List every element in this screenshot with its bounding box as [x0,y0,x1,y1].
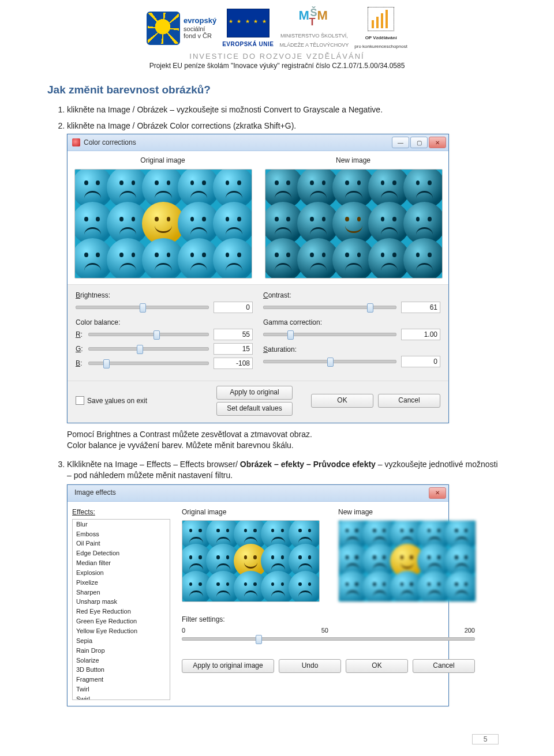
op-l2: pro konkurenceschopnost [354,44,407,50]
after-step2-line1: Pomocí Brightnes a Contrast můžete zesvě… [67,430,312,439]
step-3a: Klklikněte na Image – Effects – Effects … [67,460,240,469]
esf-l1: evropský [184,16,216,25]
op-bars-icon [368,7,394,31]
step-1: klikněte na Image / Obrázek – vyzkoušejt… [67,104,502,115]
page-title: Jak změnit barevnost obrázků? [47,84,502,96]
msmt-logo: MŠMT MINISTERSTVO ŠKOLSTVÍ, MLÁDEŽE A TĚ… [279,7,349,48]
save-values-checkbox[interactable]: Save values on exit [76,396,212,405]
after-step2-line2: Color balance je vyvážení barev. Můžete … [67,441,294,450]
msmt-icon: MŠMT [298,7,330,28]
eu-flag-icon [227,9,269,37]
saturation-slider[interactable] [263,360,396,363]
op-l1: OP Vzdělávání [365,36,397,41]
step-2: klikněte na Image / Obrázek Color correc… [67,121,502,450]
window-titlebar[interactable]: Color corrections — ▢ ✕ [68,134,448,151]
checkbox-icon [76,396,84,405]
saturation-value[interactable]: 0 [401,356,440,367]
effects-item[interactable]: Yellow Eye Reduction [73,626,170,636]
esf-icon [147,12,180,45]
ie-ok-button[interactable]: OK [346,659,408,673]
effects-item[interactable]: Edge Detection [73,548,170,558]
ie-apply-button[interactable]: Apply to original image [182,659,274,673]
effects-item[interactable]: Green Eye Reduction [73,616,170,626]
steps-list: klikněte na Image / Obrázek – vyzkoušejt… [67,104,502,706]
scale-0: 0 [182,626,185,635]
set-default-values-button[interactable]: Set default values [216,402,293,416]
effects-item[interactable]: Unsharp mask [73,597,170,607]
esf-logo: evropský sociální fond v ČR [147,12,216,45]
effects-item[interactable]: Rain Drop [73,646,170,656]
step-3b: Obrázek – efekty – Průvodce efekty [240,460,376,469]
color-balance-label: Color balance: [76,318,253,327]
msmt-l1: MINISTERSTVO ŠKOLSTVÍ, [280,33,348,39]
effects-item[interactable]: 3D Button [73,665,170,675]
ie-original-label: Original image [182,507,319,517]
ie-new-preview [338,520,476,602]
brightness-slider[interactable] [76,306,209,309]
b-value[interactable]: -108 [214,358,253,369]
ie-window-title: Image effects [72,488,429,497]
ie-close-button[interactable]: ✕ [429,487,446,499]
maximize-button[interactable]: ▢ [410,137,428,148]
r-value[interactable]: 55 [214,329,253,340]
effects-label: Effects: [72,507,170,517]
effects-item[interactable]: Oil Paint [73,539,170,548]
effects-item[interactable]: Red Eye Reduction [73,607,170,616]
apply-to-original-button[interactable]: Apply to original [216,386,293,400]
effects-item[interactable]: Emboss [73,529,170,539]
ie-titlebar[interactable]: Image effects ✕ [68,485,448,502]
g-slider[interactable] [88,347,209,351]
step-3: Klklikněte na Image – Effects – Effects … [67,459,502,706]
contrast-slider[interactable] [263,306,396,309]
r-slider[interactable] [88,333,209,336]
b-slider[interactable] [88,362,209,365]
effects-item[interactable]: Swirl [73,694,170,700]
scale-200: 200 [465,626,475,635]
effects-item[interactable]: Twirl [73,684,170,694]
contrast-label: Contrast: [263,291,440,300]
invest-caption: INVESTICE DO ROZVOJE VZDĚLÁVÁNÍ [0,52,554,61]
ie-cancel-button[interactable]: Cancel [413,659,475,673]
original-image-preview [74,169,252,279]
ie-undo-button[interactable]: Undo [279,659,341,673]
registration-line: Projekt EU peníze školám "Inovace výuky"… [0,62,554,70]
page-number: 5 [472,734,499,744]
b-label: B: [76,359,84,368]
cancel-button[interactable]: Cancel [378,394,440,408]
msmt-l2: MLÁDEŽE A TĚLOVÝCHOVY [279,43,349,48]
op-logo: OP Vzdělávání pro konkurenceschopnost [354,7,407,50]
step-2-text: klikněte na Image / Obrázek Color correc… [67,121,296,130]
new-image-label: New image [265,156,441,165]
effects-item[interactable]: Solarize [73,656,170,665]
esf-text: evropský sociální fond v ČR [184,17,216,40]
gamma-slider[interactable] [263,333,396,336]
effects-item[interactable]: Sepia [73,636,170,646]
esf-l2: sociální [184,25,205,32]
gamma-value[interactable]: 1.00 [401,329,440,340]
scale-50: 50 [321,626,328,635]
header-logos: evropský sociální fond v ČR EVROPSKÁ UNI… [0,7,554,50]
minimize-button[interactable]: — [392,137,409,148]
eu-label: EVROPSKÁ UNIE [222,41,274,47]
g-value[interactable]: 15 [214,343,253,355]
effects-item[interactable]: Sharpen [73,588,170,597]
original-image-label: Original image [74,156,251,165]
ie-new-label: New image [338,507,475,517]
effects-item[interactable]: Explosion [73,568,170,578]
esf-l3: fond v ČR [184,32,212,39]
contrast-value[interactable]: 61 [401,302,440,313]
effects-item[interactable]: Median filter [73,558,170,568]
app-icon [72,138,80,146]
effects-item[interactable]: Blur [73,520,170,529]
r-label: R: [76,330,84,339]
brightness-value[interactable]: 0 [214,302,253,313]
effects-listbox[interactable]: BlurEmbossOil PaintEdge DetectionMedian … [72,519,170,700]
filter-settings-label: Filter settings: [182,615,225,623]
window-title: Color corrections [84,138,392,147]
color-corrections-window: Color corrections — ▢ ✕ Original image [67,134,449,423]
effects-item[interactable]: Fragment [73,675,170,684]
effects-item[interactable]: Pixelize [73,578,170,588]
ok-button[interactable]: OK [311,394,373,408]
filter-slider[interactable] [182,637,475,641]
close-button[interactable]: ✕ [429,137,446,148]
